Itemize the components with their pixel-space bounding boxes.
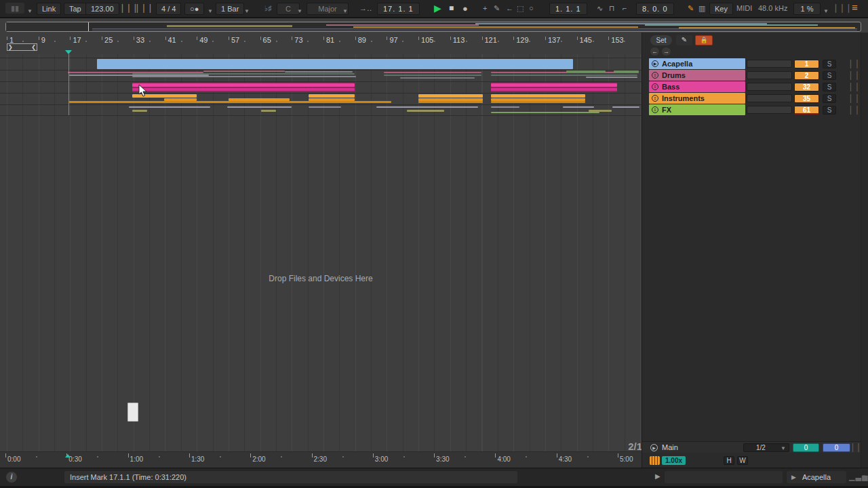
stop-button[interactable]: ■ [449,3,454,15]
clip[interactable] [227,106,292,108]
set-button[interactable]: Set [650,35,672,45]
clip[interactable] [129,106,210,108]
loop-start-field[interactable]: 1. 1. 1 [549,3,587,15]
playback-speed-field[interactable]: 1.00x [662,456,686,465]
tempo-leader-icon[interactable] [650,456,660,465]
clip[interactable] [491,94,585,98]
tempo-field[interactable]: 123.00 [85,3,119,15]
clip[interactable] [203,70,285,72]
chevron-down-icon[interactable]: ▼ [208,5,213,18]
back-arrow-icon[interactable]: ← [650,47,659,56]
chevron-down-icon[interactable]: ▼ [297,5,302,18]
track-header-row[interactable]: ≡Drums2S▏▏ [642,70,861,81]
menu-circle-icon[interactable]: ≡ [652,106,658,113]
lock-envelopes-button[interactable]: 🔒 [695,35,713,45]
menu-circle-icon[interactable]: ≡ [652,83,658,90]
play-circle-icon[interactable]: ▶ [652,60,658,67]
clip[interactable] [491,106,519,108]
loop-region-marker[interactable]: ❯ ❮ [7,43,37,51]
groove-amount-button[interactable]: ○● [184,3,204,15]
beat-time-ruler[interactable]: 1917253341495765738189971051131211291371… [0,33,642,54]
track-io-number[interactable]: 61 [794,106,819,115]
chevron-down-icon[interactable]: ▼ [342,5,348,18]
clip[interactable] [407,110,444,112]
grid-interval-select[interactable]: 1/2▼ [743,443,789,452]
track-header-row[interactable]: ≡Bass32S▏▏ [642,81,861,92]
midi-map-button[interactable]: MIDI [736,3,752,15]
quantize-menu[interactable]: 1 Bar [216,3,244,15]
loop-switch-icon[interactable]: ⊓ [609,3,615,15]
main-level-field[interactable]: 0 [823,443,850,452]
clip[interactable] [563,106,594,108]
play-circle-icon[interactable]: ▶ [650,444,658,451]
clip[interactable] [614,70,639,73]
chevron-down-icon[interactable]: ▼ [823,5,829,18]
clip[interactable] [132,83,355,87]
track-io-number[interactable]: 35 [794,94,819,103]
overview-viewport[interactable] [6,22,89,31]
arrangement-overview[interactable] [5,22,861,32]
clip[interactable] [309,94,355,98]
chevron-down-icon[interactable]: ▼ [27,5,33,18]
solo-button[interactable]: S [823,83,836,92]
track-io-number[interactable]: 32 [794,83,819,92]
clip[interactable] [566,70,606,73]
draw-mode-icon[interactable]: ✎ [494,3,500,15]
computer-midi-keyboard-icon[interactable]: ✎ [688,3,694,15]
track-header-row[interactable]: ▶Acapella1S▏▏ [642,58,861,69]
clip[interactable] [132,110,147,112]
clip[interactable] [132,76,356,77]
chevron-down-icon[interactable]: ▼ [244,5,250,18]
clip[interactable] [97,59,573,69]
track-input-field[interactable] [747,94,792,102]
menu-circle-icon[interactable]: ≡ [652,95,658,102]
track-header-row[interactable]: ≡FX61S▏▏ [642,104,861,115]
follow-icon[interactable]: →‥ [359,3,372,15]
height-zoom-button[interactable]: H [724,456,734,465]
clip[interactable] [384,75,481,76]
circle-icon[interactable]: ○ [529,3,534,15]
marquee-icon[interactable]: ⬚ [517,3,524,15]
solo-button[interactable]: S [823,106,836,115]
clip[interactable] [261,110,276,112]
loop-start-handle[interactable]: ❯ [8,44,13,50]
track-io-number[interactable]: 1 [794,60,819,68]
piano-keys-icon[interactable]: ▥ [698,3,705,15]
track-name-cell[interactable]: ≡FX [649,104,745,115]
track-input-field[interactable] [747,83,792,91]
info-icon[interactable]: i [6,472,17,483]
time-signature-field[interactable]: 4 / 4 [156,3,181,15]
loop-end-handle[interactable]: ❮ [31,44,36,50]
clip[interactable] [491,112,599,113]
hamburger-menu-icon[interactable]: ≡ [852,1,858,14]
track-io-number[interactable]: 2 [794,71,819,80]
automation-pen-button[interactable]: ✎ [676,35,692,45]
arrangement-area[interactable]: Drop Files and Devices Here [0,54,642,451]
minute-time-ruler[interactable]: 0:000:301:001:302:002:303:003:304:004:30… [0,451,642,468]
clip[interactable] [400,77,475,79]
clip[interactable] [69,101,391,103]
clip[interactable] [612,106,639,108]
live-sets-icon[interactable]: ▮▮ [5,3,24,14]
link-button[interactable]: Link [37,3,61,15]
track-name-cell[interactable]: ≡Drums [649,70,745,81]
fade-curve-icon[interactable]: ∿ [597,3,603,15]
track-input-field[interactable] [747,71,792,79]
clip[interactable] [132,73,355,75]
solo-button[interactable]: S [823,71,836,80]
back-to-arrangement-icon[interactable]: ← [506,3,513,15]
solo-button[interactable]: S [823,94,836,103]
track-header-row[interactable]: ≡Instruments35S▏▏ [642,93,861,104]
punch-icon[interactable]: ⌐ [623,3,627,15]
clip[interactable] [491,101,585,103]
solo-button[interactable]: S [823,60,836,68]
play-arrow-icon[interactable]: ▶ [655,472,660,480]
clip[interactable] [491,83,617,87]
clip[interactable] [491,75,637,76]
current-clip-chip[interactable]: ▶ Acapella [787,471,846,483]
panel-scrollbar[interactable] [861,33,868,468]
record-button[interactable]: ● [462,3,468,15]
cue-level-field[interactable]: 0 [793,443,819,452]
clip[interactable] [376,106,478,108]
clip[interactable] [309,106,341,108]
